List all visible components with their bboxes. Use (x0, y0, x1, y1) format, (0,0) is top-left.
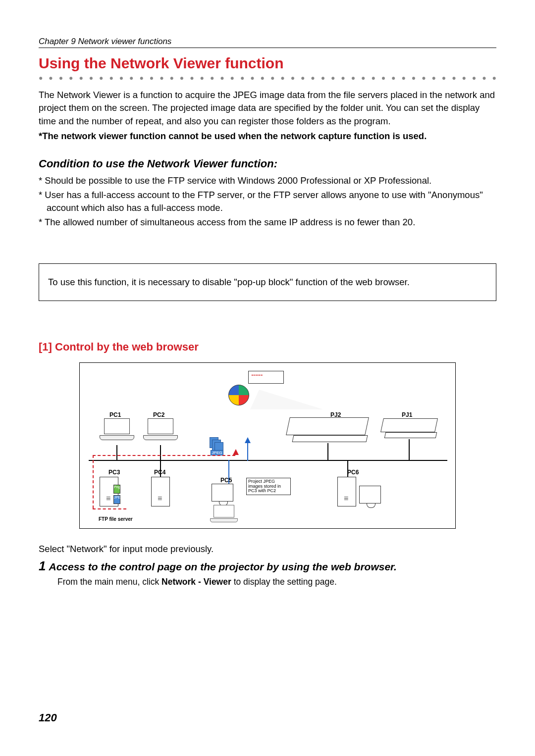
arrow-up-red-icon (233, 449, 239, 455)
diagram-callout: Project JPEG images stored in PC3 with P… (246, 478, 291, 496)
color-wheel-icon (228, 385, 249, 405)
laptop-icon (210, 504, 238, 523)
projector-base-icon (292, 435, 368, 442)
arrow-up-blue-icon (245, 437, 251, 443)
red-dashed-path (93, 455, 235, 456)
note-text: To use this function, it is necessary to… (48, 277, 410, 287)
network-drop (160, 460, 161, 477)
monitor-icon (359, 486, 381, 504)
condition-heading: Condition to use the Network Viewer func… (39, 157, 496, 170)
ftp-server-label: FTP file server (99, 516, 133, 522)
step-body: From the main menu, click Network - View… (57, 577, 496, 587)
monitor-icon (212, 484, 233, 502)
network-diagram: ▪▪▪▪▪▪ PC1 PC2 PJ2 PJ1 JPEG (79, 362, 456, 529)
step-number: 1 (39, 558, 49, 573)
step-title: Access to the control page on the projec… (49, 561, 396, 572)
step-body-pre: From the main menu, click (57, 577, 161, 587)
tower-pc-icon (337, 477, 356, 506)
condition-item: * Should be possible to use the FTP serv… (39, 174, 496, 187)
red-dashed-path (93, 455, 94, 508)
laptop-icon (143, 418, 178, 442)
diagram-label-pc2: PC2 (153, 411, 164, 418)
projection-cone (250, 390, 323, 409)
intro-paragraph: The Network Viewer is a function to acqu… (39, 89, 496, 128)
condition-item: * User has a full-access account to the … (39, 189, 496, 214)
red-dashed-path (93, 508, 126, 509)
note-box: To use this function, it is necessary to… (39, 263, 496, 301)
select-instruction: Select "Network" for input mode previous… (39, 544, 496, 554)
page-number: 120 (39, 711, 57, 724)
diagram-label-pc5: PC5 (220, 477, 232, 484)
page-title: Using the Network Viewer function (39, 55, 496, 72)
projector-icon (380, 418, 438, 432)
network-line (89, 460, 447, 461)
network-drop (347, 460, 348, 477)
network-drop (409, 439, 410, 460)
step-body-bold: Network - Viewer (161, 577, 231, 587)
diagram-label-pc3: PC3 (108, 469, 120, 476)
projector-base-icon (384, 432, 437, 438)
network-drop (116, 445, 117, 460)
tower-pc-icon (151, 477, 170, 506)
step-heading: 1Access to the control page on the proje… (39, 558, 496, 574)
router-icon: ▪▪▪▪▪▪ (248, 371, 284, 384)
laptop-icon (100, 418, 134, 442)
section-heading: [1] Control by the web browser (39, 341, 496, 353)
document-page: Chapter 9 Network viewer functions Using… (0, 0, 535, 607)
condition-item: * The allowed number of simultaneous acc… (39, 216, 496, 229)
ftp-files-icon: Png JPEG (113, 485, 120, 505)
network-drop (160, 445, 161, 460)
blue-path (247, 443, 248, 461)
diagram-label-pc6: PC6 (347, 469, 359, 476)
decorative-dots: ● ● ● ● ● ● ● ● ● ● ● ● ● ● ● ● ● ● ● ● … (39, 74, 496, 82)
step-body-post: to display the setting page. (231, 577, 337, 587)
network-drop (327, 443, 328, 460)
intro-warning: *The network viewer function cannot be u… (39, 130, 496, 143)
diagram-container: ▪▪▪▪▪▪ PC1 PC2 PJ2 PJ1 JPEG (39, 362, 496, 529)
diagram-label-pc1: PC1 (109, 411, 121, 418)
chapter-header: Chapter 9 Network viewer functions (39, 37, 496, 48)
projector-icon (286, 417, 369, 435)
diagram-label-pj1: PJ1 (402, 411, 412, 418)
